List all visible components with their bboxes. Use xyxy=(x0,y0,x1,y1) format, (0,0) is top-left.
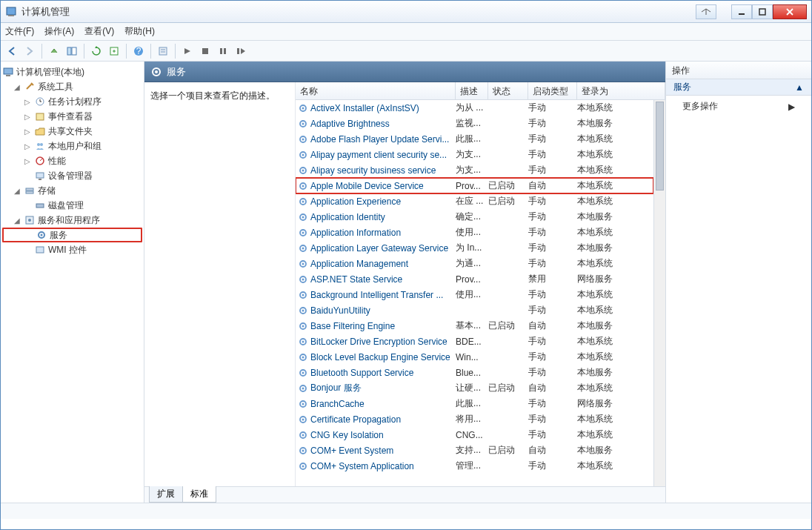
service-row[interactable]: COM+ System Application管理...手动本地系统 xyxy=(296,458,653,474)
expand-icon[interactable]: ▷ xyxy=(23,98,32,106)
export-button[interactable] xyxy=(106,43,122,59)
help-button[interactable] xyxy=(696,4,716,19)
service-row[interactable]: BitLocker Drive Encryption ServiceBDE...… xyxy=(296,334,653,349)
service-status: 已启动 xyxy=(488,382,528,394)
service-row[interactable]: Apple Mobile Device ServiceProv...已启动自动本… xyxy=(296,178,653,193)
tree-taskscheduler[interactable]: ▷任务计划程序 xyxy=(2,94,142,109)
start-service-button[interactable] xyxy=(179,43,196,59)
service-row[interactable]: Bonjour 服务让硬...已启动自动本地系统 xyxy=(296,380,653,396)
service-row[interactable]: BranchCache此服...手动网络服务 xyxy=(296,396,653,411)
tree-wmi[interactable]: ▷WMI 控件 xyxy=(2,242,142,257)
collapse-icon[interactable]: ◢ xyxy=(13,187,21,195)
tab-extended[interactable]: 扩展 xyxy=(149,486,183,503)
svg-point-29 xyxy=(28,219,31,222)
content-area: 计算机管理(本地) ◢系统工具 ▷任务计划程序 ▷事件查看器 ▷共享文件夹 ▷本… xyxy=(1,62,811,503)
refresh-button[interactable] xyxy=(88,43,104,59)
service-logon: 本地服务 xyxy=(577,242,653,254)
menu-bar: 文件(F) 操作(A) 查看(V) 帮助(H) xyxy=(1,23,811,41)
gear-icon xyxy=(296,337,310,347)
collapse-icon[interactable]: ◢ xyxy=(13,216,21,225)
service-row[interactable]: Application Management为通...手动本地系统 xyxy=(296,256,653,271)
tree-localusers[interactable]: ▷本地用户和组 xyxy=(2,139,142,153)
expand-icon[interactable]: ▷ xyxy=(23,113,32,121)
service-row[interactable]: Alipay payment client security se...为支..… xyxy=(296,147,653,162)
service-row[interactable]: CNG Key IsolationCNG...手动本地系统 xyxy=(296,427,653,443)
col-name[interactable]: 名称 xyxy=(296,82,456,99)
service-row[interactable]: Alipay security business service为支...手动本… xyxy=(296,162,653,178)
service-row[interactable]: Application Information使用...手动本地系统 xyxy=(296,225,653,240)
actions-more[interactable]: 更多操作 ▶ xyxy=(666,96,811,117)
service-name: Apple Mobile Device Service xyxy=(310,181,456,191)
tree-root[interactable]: 计算机管理(本地) xyxy=(2,64,142,79)
toolbar: ? xyxy=(1,41,811,62)
tree-storage[interactable]: ◢存储 xyxy=(2,183,142,198)
tree-performance[interactable]: ▷性能 xyxy=(2,153,142,168)
vertical-scrollbar[interactable] xyxy=(653,100,665,486)
pause-service-button[interactable] xyxy=(215,43,231,59)
expand-icon[interactable]: ▷ xyxy=(23,127,32,136)
service-row[interactable]: COM+ Event System支持...已启动自动本地服务 xyxy=(296,443,653,458)
service-row[interactable]: ASP.NET State ServiceProv...禁用网络服务 xyxy=(296,271,653,287)
menu-action[interactable]: 操作(A) xyxy=(44,25,74,38)
service-name: Bonjour 服务 xyxy=(310,382,456,394)
forward-button[interactable] xyxy=(21,43,38,59)
maximize-button[interactable] xyxy=(752,4,773,19)
service-row[interactable]: Certificate Propagation将用...手动本地系统 xyxy=(296,411,653,427)
up-button[interactable] xyxy=(46,43,62,59)
service-row[interactable]: Block Level Backup Engine ServiceWin...手… xyxy=(296,349,653,365)
svg-point-50 xyxy=(302,216,304,218)
collapse-icon[interactable]: ◢ xyxy=(13,83,21,91)
close-button[interactable] xyxy=(773,4,807,19)
service-startup: 手动 xyxy=(528,133,577,145)
expand-icon[interactable]: ▷ xyxy=(23,142,32,150)
service-startup: 手动 xyxy=(528,117,577,130)
stop-service-button[interactable] xyxy=(197,43,213,59)
tab-standard[interactable]: 标准 xyxy=(182,486,216,503)
gear-icon xyxy=(296,414,310,425)
tree-sharedfolders[interactable]: ▷共享文件夹 xyxy=(2,124,142,139)
service-status: 已启动 xyxy=(488,319,528,332)
service-row[interactable]: Adaptive Brightness监视...手动本地服务 xyxy=(296,116,653,131)
menu-file[interactable]: 文件(F) xyxy=(5,25,34,38)
tree-diskmgmt[interactable]: ▷磁盘管理 xyxy=(2,198,142,213)
service-row[interactable]: ActiveX Installer (AxInstSV)为从 ...手动本地系统 xyxy=(296,100,653,116)
scroll-thumb[interactable] xyxy=(656,102,664,191)
service-row[interactable]: Application Layer Gateway Service为 In...… xyxy=(296,240,653,256)
service-row[interactable]: Background Intelligent Transfer ...使用...… xyxy=(296,287,653,302)
col-desc[interactable]: 描述 xyxy=(456,82,488,99)
actions-header: 操作 xyxy=(666,62,811,79)
tree-devicemgr[interactable]: ▷设备管理器 xyxy=(2,168,142,183)
properties-button[interactable] xyxy=(155,43,171,59)
service-row[interactable]: Base Filtering Engine基本...已启动自动本地服务 xyxy=(296,318,653,334)
col-startup[interactable]: 启动类型 xyxy=(528,82,577,99)
service-row[interactable]: Application Experience在应 ...已启动手动本地系统 xyxy=(296,193,653,209)
back-button[interactable] xyxy=(4,43,20,59)
service-row[interactable]: Application Identity确定...手动本地服务 xyxy=(296,209,653,225)
svg-point-82 xyxy=(302,465,304,467)
menu-view[interactable]: 查看(V) xyxy=(84,25,114,38)
svg-rect-4 xyxy=(67,47,71,55)
expand-icon[interactable]: ▷ xyxy=(23,157,32,165)
restart-service-button[interactable] xyxy=(233,43,249,59)
service-logon: 本地系统 xyxy=(577,226,653,239)
tree-services[interactable]: ▷服务 xyxy=(2,228,142,242)
tree-systools[interactable]: ◢系统工具 xyxy=(2,79,142,94)
service-row[interactable]: Adobe Flash Player Update Servi...此服...手… xyxy=(296,131,653,147)
tree-eventviewer[interactable]: ▷事件查看器 xyxy=(2,109,142,124)
service-row[interactable]: BaiduYunUtility手动本地系统 xyxy=(296,302,653,318)
minimize-button[interactable] xyxy=(731,4,752,19)
tree-servicesapps[interactable]: ◢服务和应用程序 xyxy=(2,213,142,228)
col-status[interactable]: 状态 xyxy=(488,82,528,99)
svg-point-52 xyxy=(302,231,304,233)
col-logon[interactable]: 登录为 xyxy=(577,82,665,99)
title-bar: 计算机管理 xyxy=(1,1,811,23)
menu-help[interactable]: 帮助(H) xyxy=(124,25,155,38)
show-hide-tree-button[interactable] xyxy=(64,43,80,59)
service-desc: Prov... xyxy=(456,181,488,191)
service-status: 已启动 xyxy=(488,444,528,457)
service-logon: 本地系统 xyxy=(577,179,653,192)
gear-icon xyxy=(296,150,310,160)
help-button-toolbar[interactable]: ? xyxy=(130,43,147,59)
service-row[interactable]: Bluetooth Support ServiceBlue...手动本地服务 xyxy=(296,365,653,380)
actions-sub-services[interactable]: 服务 ▲ xyxy=(666,79,811,96)
